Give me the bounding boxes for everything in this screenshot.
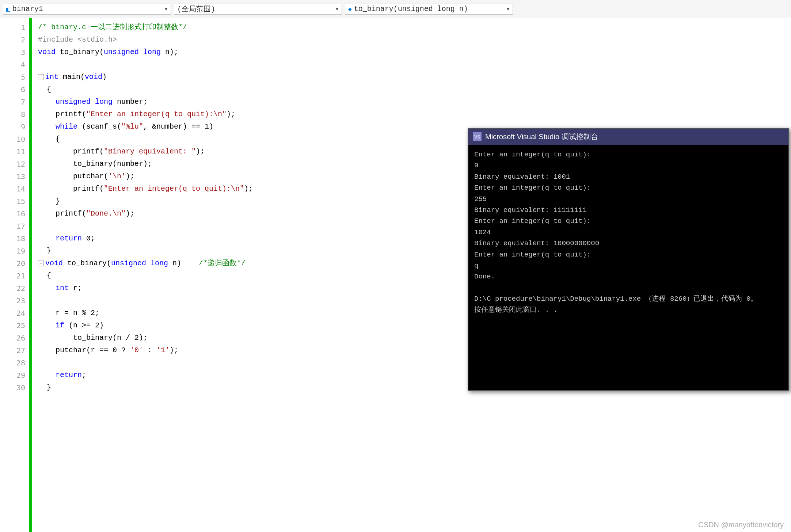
code-line-7: unsigned long number; [38, 96, 791, 108]
code-token: to_binary( [63, 257, 111, 270]
line-num-19: 19 [16, 245, 25, 257]
code-token: (scanf_s( [77, 121, 121, 133]
line-num-22: 22 [16, 282, 25, 294]
code-token: void [85, 71, 102, 83]
line-numbers: 1 2 3 4 5 6 7 8 9 10 11 12 13 14 15 16 1… [0, 18, 29, 532]
code-token: "Enter an integer(q to quit):\n" [104, 183, 244, 195]
func-dropdown-arrow: ▼ [507, 6, 510, 12]
toolbar: ◧ binary1 ▼ (全局范围) ▼ ◆ to_binary(unsigne… [0, 0, 791, 18]
code-token: to_binary(n / 2); [73, 332, 148, 344]
console-title: Microsoft Visual Studio 调试控制台 [485, 132, 598, 142]
code-line-3: void to_binary( unsigned long n); [38, 46, 791, 58]
code-token: } [47, 245, 51, 257]
line-num-10: 10 [16, 133, 25, 145]
code-token: putchar( [73, 170, 108, 183]
line-num-14: 14 [16, 183, 25, 195]
code-token: ); [126, 208, 134, 220]
code-token: void [45, 257, 63, 270]
line-num-30: 30 [16, 381, 25, 394]
code-token: { [56, 133, 60, 145]
code-line-2: #include <stdio.h> [38, 34, 791, 46]
code-token: ); [170, 344, 178, 357]
code-token: { [47, 83, 51, 96]
code-line-6: { [38, 83, 791, 96]
console-window: VS Microsoft Visual Studio 调试控制台 Enter a… [468, 128, 789, 391]
line-num-25: 25 [16, 319, 25, 332]
code-token: int [56, 282, 69, 294]
code-token: '0' [130, 344, 143, 357]
line-num-8: 8 [21, 108, 25, 121]
line-num-3: 3 [21, 46, 25, 58]
line-num-7: 7 [21, 96, 25, 108]
code-token: ) [102, 71, 107, 83]
code-token: while [56, 121, 77, 133]
code-line-8: printf( "Enter an integer(q to quit):\n"… [38, 108, 791, 121]
line-num-17: 17 [16, 220, 25, 232]
code-token: printf( [73, 183, 104, 195]
code-token: "%lu" [121, 121, 143, 133]
code-token: } [56, 195, 60, 208]
code-token: r = n % 2; [56, 307, 99, 319]
code-token: ); [126, 170, 134, 183]
code-token: /* binary.c 一以二进制形式打印制整数*/ [38, 21, 187, 34]
code-token: printf( [56, 208, 86, 220]
code-token: '\n' [108, 170, 126, 183]
code-token: 0; [82, 232, 95, 245]
code-token: (n >= 2) [64, 319, 104, 332]
line-num-6: 6 [21, 83, 25, 96]
code-token: number; [113, 96, 148, 108]
code-line-4 [38, 58, 791, 71]
code-token: } [47, 381, 51, 394]
file-dropdown-arrow: ▼ [165, 6, 168, 12]
function-label: to_binary(unsigned long n) [354, 5, 468, 13]
line-num-28: 28 [16, 357, 25, 369]
line-num-15: 15 [16, 195, 25, 208]
line-num-16: 16 [16, 208, 25, 220]
code-token: r; [69, 282, 82, 294]
console-titlebar: VS Microsoft Visual Studio 调试控制台 [468, 129, 788, 145]
scope-selector[interactable]: (全局范围) ▼ [174, 4, 342, 15]
file-icon: ◧ [6, 5, 10, 13]
console-output: Enter an integer(q to quit): 9 Binary eq… [468, 145, 788, 390]
code-token: int [45, 71, 58, 83]
code-token: putchar(r == 0 ? [56, 344, 130, 357]
code-token: , &number) == 1) [143, 121, 213, 133]
code-token: return [56, 369, 82, 381]
code-token: ; [82, 369, 86, 381]
line-num-9: 9 [21, 121, 25, 133]
code-token: "Done.\n" [86, 208, 126, 220]
code-token: unsigned long [111, 257, 168, 270]
line-num-23: 23 [16, 294, 25, 307]
vs-icon: VS [473, 132, 482, 141]
code-token: printf( [73, 145, 104, 158]
code-token: /*递归函数*/ [199, 257, 246, 270]
execution-bar [29, 18, 32, 532]
code-token: #include <stdio.h> [38, 34, 117, 46]
watermark: CSDN @manyoftenvictory [698, 521, 784, 529]
code-token: if [56, 319, 64, 332]
collapse-btn-20[interactable]: - [38, 261, 44, 266]
code-token: to_binary(number); [73, 158, 152, 170]
line-num-13: 13 [16, 170, 25, 183]
code-token: ); [244, 183, 253, 195]
code-token: ); [196, 145, 205, 158]
line-num-26: 26 [16, 332, 25, 344]
code-token: n) [168, 257, 199, 270]
collapse-btn-5[interactable]: - [38, 74, 44, 80]
code-token: ); [227, 108, 235, 121]
line-num-2: 2 [21, 34, 25, 46]
code-token: to_binary( [56, 46, 104, 58]
code-token: unsigned long [104, 46, 161, 58]
svg-text:VS: VS [474, 134, 480, 140]
function-icon: ◆ [348, 5, 352, 13]
line-num-24: 24 [16, 307, 25, 319]
line-num-1: 1 [21, 21, 25, 34]
code-token: : [143, 344, 156, 357]
file-name: binary1 [12, 5, 43, 13]
file-selector[interactable]: ◧ binary1 ▼ [3, 4, 171, 15]
code-token: void [38, 46, 56, 58]
function-selector[interactable]: ◆ to_binary(unsigned long n) ▼ [345, 4, 513, 15]
line-num-11: 11 [16, 145, 25, 158]
line-num-20: 20 [16, 257, 25, 270]
code-line-5: - int main( void ) [38, 71, 791, 83]
